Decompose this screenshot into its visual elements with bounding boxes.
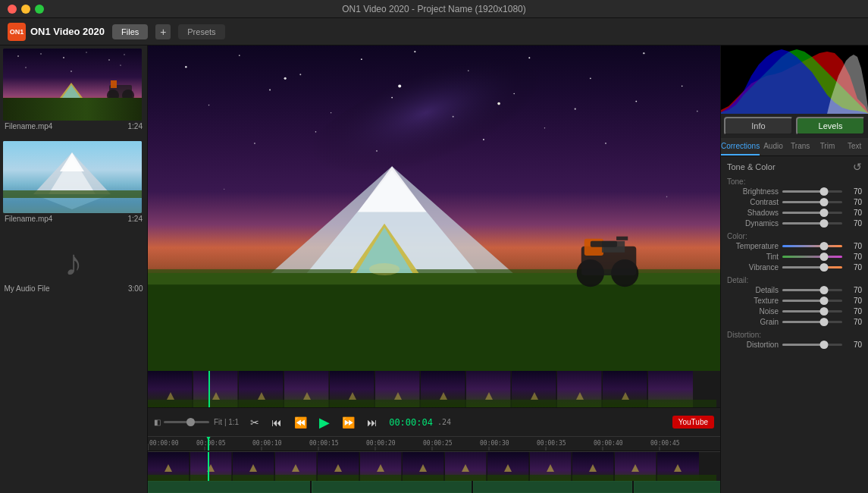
- svg-text:00:00:20: 00:00:20: [366, 440, 396, 447]
- svg-point-6: [124, 54, 124, 55]
- svg-rect-69: [591, 241, 617, 247]
- distortion-label: Distortion: [727, 341, 779, 349]
- svg-point-30: [414, 51, 415, 52]
- svg-rect-68: [616, 237, 628, 240]
- fast-forward-button[interactable]: ⏩: [338, 414, 359, 431]
- svg-point-27: [239, 55, 240, 56]
- details-slider[interactable]: [782, 289, 842, 291]
- svg-point-43: [635, 101, 637, 102]
- tab-corrections[interactable]: Corrections: [721, 138, 760, 155]
- rewind-button[interactable]: ⏪: [290, 414, 311, 431]
- scissors-button[interactable]: ✂: [246, 414, 263, 431]
- skip-back-button[interactable]: ⏮: [268, 414, 286, 431]
- tint-slider[interactable]: [782, 256, 842, 258]
- app-name: ON1 Video 2020: [30, 26, 105, 37]
- grain-slider[interactable]: [782, 321, 842, 323]
- shadows-slider[interactable]: [782, 212, 842, 214]
- svg-text:00:00:05: 00:00:05: [196, 440, 226, 447]
- contrast-slider[interactable]: [782, 201, 842, 203]
- svg-point-44: [697, 111, 698, 112]
- tab-trans[interactable]: Trans: [787, 138, 814, 155]
- details-label: Details: [727, 286, 779, 294]
- close-button[interactable]: [8, 5, 17, 14]
- shadows-value: 70: [845, 209, 862, 217]
- svg-point-50: [605, 143, 606, 144]
- dynamics-row: Dynamics 70: [727, 219, 862, 228]
- shadows-label: Shadows: [727, 209, 779, 217]
- window-title: ON1 Video 2020 - Project Name (1920x1080…: [342, 4, 526, 14]
- temperature-slider[interactable]: [782, 245, 842, 247]
- svg-point-36: [208, 105, 210, 106]
- add-media-button[interactable]: +: [155, 24, 171, 39]
- svg-point-46: [315, 131, 317, 133]
- svg-point-49: [544, 127, 545, 128]
- svg-point-39: [391, 97, 393, 99]
- detail-subtitle: Detail:: [727, 276, 862, 284]
- contrast-label: Contrast: [727, 198, 779, 206]
- svg-point-42: [575, 108, 576, 110]
- skip-forward-button[interactable]: ⏭: [363, 414, 381, 431]
- reset-button[interactable]: ↺: [853, 161, 862, 173]
- svg-text:00:00:10: 00:00:10: [252, 440, 282, 447]
- fast-forward-icon: ⏩: [342, 416, 355, 429]
- noise-slider[interactable]: [782, 310, 842, 312]
- thumbnail-2: [3, 141, 142, 213]
- media-item-1[interactable]: Filename.mp4 1:24: [3, 49, 144, 135]
- media-filename-1: Filename.mp4: [5, 122, 52, 130]
- tab-audio[interactable]: Audio: [760, 138, 787, 155]
- svg-rect-174: [634, 481, 720, 493]
- brightness-label: Brightness: [727, 187, 779, 196]
- timecode: 00:00:04: [389, 417, 433, 428]
- noise-value: 70: [845, 307, 862, 316]
- svg-text:00:00:15: 00:00:15: [309, 440, 339, 447]
- brightness-slider[interactable]: [782, 190, 842, 193]
- svg-rect-172: [312, 481, 472, 493]
- info-button[interactable]: Info: [724, 117, 793, 135]
- files-tab[interactable]: Files: [112, 24, 148, 39]
- tone-color-section: Tone & Color ↺ Tone: Brightness 70 Contr…: [721, 156, 868, 356]
- timeline-controls: ◧ Fit | 1:1 ✂ ⏮ ⏪ ▶ ⏩ ⏭: [148, 407, 720, 436]
- distortion-value: 70: [845, 341, 862, 349]
- maximize-button[interactable]: [35, 5, 44, 14]
- grain-label: Grain: [727, 318, 779, 326]
- music-icon: ♪: [64, 245, 83, 281]
- dynamics-slider[interactable]: [782, 222, 842, 225]
- vibrance-slider[interactable]: [782, 266, 842, 268]
- audio-item[interactable]: ♪ My Audio File 3:00: [3, 234, 144, 304]
- youtube-button[interactable]: YouTube: [672, 416, 714, 429]
- logo-icon: ON1: [8, 23, 26, 41]
- distortion-slider[interactable]: [782, 344, 842, 346]
- svg-point-53: [284, 77, 287, 80]
- histogram: [721, 46, 868, 114]
- play-button[interactable]: ▶: [315, 412, 334, 433]
- zoom-slider[interactable]: [164, 421, 209, 423]
- temperature-row: Temperature 70: [727, 242, 862, 250]
- svg-rect-23: [3, 190, 142, 198]
- texture-slider[interactable]: [782, 300, 842, 302]
- svg-point-45: [254, 143, 255, 144]
- svg-point-7: [25, 67, 26, 68]
- grain-row: Grain 70: [727, 318, 862, 326]
- media-item-2[interactable]: Filename.mp4 1:24: [3, 141, 144, 228]
- audio-waveform: [148, 481, 720, 493]
- ruler-svg: 00:00:00 00:00:05 00:00:10 00:00:15 00:0…: [148, 436, 720, 451]
- tab-text[interactable]: Text: [841, 138, 868, 155]
- tab-trim[interactable]: Trim: [814, 138, 841, 155]
- contrast-value: 70: [845, 198, 862, 206]
- svg-point-2: [40, 53, 41, 54]
- texture-label: Texture: [727, 297, 779, 305]
- minimize-button[interactable]: [21, 5, 30, 14]
- levels-button[interactable]: Levels: [796, 117, 865, 135]
- audio-track: My Audio File My Audio File My Audio Fil…: [148, 481, 720, 493]
- grain-value: 70: [845, 318, 862, 326]
- svg-text:00:00:25: 00:00:25: [423, 440, 453, 447]
- histogram-chart: [721, 46, 868, 114]
- vibrance-row: Vibrance 70: [727, 263, 862, 272]
- audio-filename: My Audio File: [5, 284, 50, 293]
- svg-point-33: [590, 77, 591, 79]
- presets-tab[interactable]: Presets: [178, 24, 224, 39]
- media-duration-2: 1:24: [128, 215, 143, 223]
- filmstrip: [148, 371, 720, 407]
- right-panel: Info Levels Corrections Audio Trans Trim…: [720, 46, 868, 493]
- section-title: Tone & Color ↺: [727, 161, 862, 173]
